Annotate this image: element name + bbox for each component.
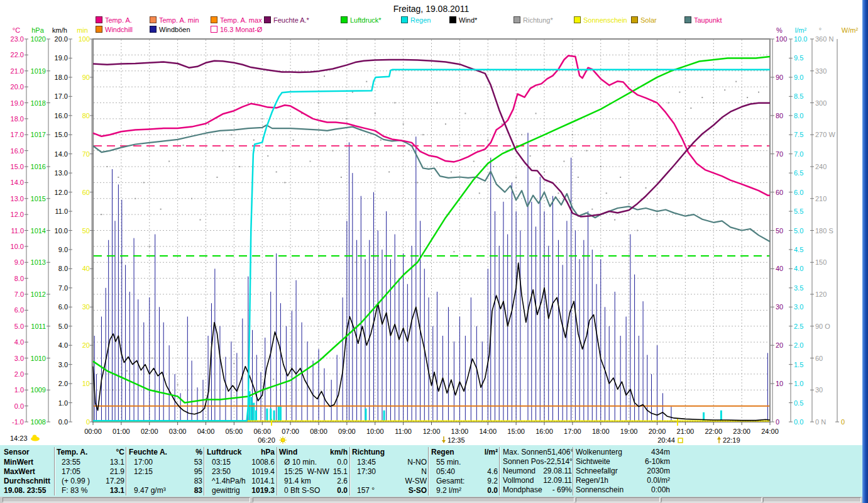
axis-min: min1009080706050403020100 bbox=[77, 26, 94, 426]
axis-header-pct: % bbox=[776, 26, 783, 34]
svg-text:13.0: 13.0 bbox=[55, 169, 68, 177]
table-cell-value: 4.6 bbox=[487, 467, 498, 477]
gridlines bbox=[94, 40, 769, 421]
svg-text:18.0: 18.0 bbox=[11, 115, 24, 123]
sun-marker-sun-icon: 06:20 bbox=[258, 436, 287, 444]
status-bar-panel bbox=[763, 497, 861, 502]
column-unit: hPa bbox=[261, 448, 275, 458]
status-bar-panel bbox=[661, 497, 762, 502]
table-cell-value: 95 bbox=[194, 467, 202, 477]
svg-text:1017: 1017 bbox=[31, 131, 46, 138]
svg-text:11.0: 11.0 bbox=[55, 207, 68, 215]
table-cell-value: 9.2 bbox=[487, 477, 498, 486]
table-cell-label: 55 min. bbox=[431, 458, 461, 467]
svg-text:16:00: 16:00 bbox=[536, 428, 553, 435]
svg-text:17:00: 17:00 bbox=[564, 428, 581, 435]
table-cell-label: 03:15 bbox=[207, 458, 231, 467]
table-cell-label: Ø 10 min. bbox=[279, 458, 317, 467]
table-cell-value: 1019.4 bbox=[251, 467, 275, 477]
table-cell-label: 17:00 bbox=[129, 458, 153, 467]
svg-text:20: 20 bbox=[776, 341, 783, 349]
svg-text:4.0: 4.0 bbox=[58, 341, 68, 349]
svg-text:04:00: 04:00 bbox=[197, 428, 215, 435]
table-cell-label: Sichtweite bbox=[576, 457, 610, 467]
svg-text:6.0: 6.0 bbox=[794, 189, 803, 196]
svg-text:7.0: 7.0 bbox=[14, 290, 24, 298]
table-cell-value: - 69% bbox=[552, 485, 572, 495]
table-cell-value: 434m bbox=[651, 448, 670, 457]
table-cell-value: 21.9 bbox=[110, 467, 124, 477]
weather-app-window: Freitag, 19.08.2011 Temp. A.Temp. A. min… bbox=[0, 0, 868, 503]
svg-text:22:19: 22:19 bbox=[723, 436, 740, 444]
svg-text:2.0: 2.0 bbox=[58, 380, 68, 387]
table-cell-label: Regen/1h bbox=[576, 476, 608, 485]
table-cell-label: 0 Bft S-SO bbox=[279, 486, 320, 495]
table-column-sensor: SensorMinWertMaxWertDurchschnitt19.08. 2… bbox=[4, 448, 53, 495]
svg-text:6.0: 6.0 bbox=[58, 303, 68, 311]
svg-text:5.0: 5.0 bbox=[14, 323, 24, 330]
column-header: Temp. A. bbox=[57, 448, 87, 458]
table-cell-label: (+ 0.99 ) bbox=[57, 477, 90, 486]
table-cell-value: 2.6 bbox=[337, 477, 348, 486]
svg-text:0: 0 bbox=[776, 418, 779, 426]
table-cell-value: N bbox=[421, 467, 427, 477]
svg-text:1.0: 1.0 bbox=[794, 380, 803, 387]
table-cell-label: 12:15 bbox=[129, 467, 153, 477]
table-cell-label: Gesamt: bbox=[431, 477, 464, 486]
svg-text:9.0: 9.0 bbox=[14, 258, 24, 266]
table-cell-value: 29.08.11 bbox=[543, 467, 572, 476]
table-cell-value: 17.29 bbox=[106, 477, 124, 486]
table-divider bbox=[573, 447, 573, 495]
svg-text:8.0: 8.0 bbox=[14, 275, 24, 282]
svg-text:1.0: 1.0 bbox=[58, 399, 68, 407]
svg-text:40: 40 bbox=[82, 265, 90, 272]
svg-text:40: 40 bbox=[776, 265, 783, 272]
svg-text:15.0: 15.0 bbox=[11, 163, 24, 170]
series-richtung bbox=[101, 75, 759, 390]
table-cell-value: 0:00h bbox=[651, 485, 670, 495]
svg-text:2.0: 2.0 bbox=[794, 341, 803, 349]
svg-text:0.5: 0.5 bbox=[794, 399, 803, 407]
table-cell-value: 83 bbox=[194, 477, 202, 486]
svg-text:10: 10 bbox=[776, 380, 783, 387]
table-cell-value: 1008.6 bbox=[251, 458, 275, 467]
svg-text:90 O: 90 O bbox=[815, 323, 830, 330]
table-cell-label: 9.47 g/m³ bbox=[129, 486, 166, 495]
svg-text:1009: 1009 bbox=[31, 386, 46, 394]
axis-header-deg: ° bbox=[819, 26, 821, 34]
column-header: Luftdruck bbox=[207, 448, 241, 458]
svg-text:270 W: 270 W bbox=[815, 131, 835, 138]
axis-kmh: km/h20.019.018.017.016.015.014.013.012.0… bbox=[52, 26, 72, 426]
svg-text:12.0: 12.0 bbox=[55, 189, 68, 196]
svg-text:9.0: 9.0 bbox=[794, 74, 803, 81]
svg-text:100: 100 bbox=[79, 35, 90, 43]
svg-text:210: 210 bbox=[815, 195, 827, 202]
table-cell-label: Max. Sonnen bbox=[503, 448, 547, 457]
table-cell-value: 2030m bbox=[647, 467, 670, 476]
svg-text:17.0: 17.0 bbox=[55, 92, 68, 100]
status-bar-panel bbox=[3, 497, 250, 502]
svg-text:23:00: 23:00 bbox=[733, 428, 750, 435]
svg-text:0.0: 0.0 bbox=[58, 418, 68, 426]
table-cell-value: 0.0 bbox=[337, 458, 348, 467]
svg-text:20: 20 bbox=[82, 341, 90, 349]
svg-text:330: 330 bbox=[815, 67, 827, 75]
svg-text:3.0: 3.0 bbox=[794, 303, 803, 311]
table-cell-value: 0.0 bbox=[337, 486, 348, 495]
column-header: Sensor bbox=[4, 448, 30, 458]
svg-text:90: 90 bbox=[82, 74, 90, 81]
table-cell-label: 17:30 bbox=[352, 467, 376, 477]
series-luftdruck bbox=[93, 57, 770, 403]
table-cell-value: 1014.1 bbox=[251, 477, 275, 486]
table-cell-label: 23:55 bbox=[57, 458, 80, 467]
svg-text:18:00: 18:00 bbox=[592, 428, 610, 435]
svg-text:12:35: 12:35 bbox=[448, 436, 465, 444]
table-cell-label: 91.4 km bbox=[279, 477, 311, 486]
axis-hpa: hPa1020101910181017101610151014101310121… bbox=[31, 26, 50, 426]
svg-text:1011: 1011 bbox=[31, 323, 46, 330]
table-cell-value: 83 bbox=[194, 486, 202, 495]
table-cell-label: ^1.4hPa/h bbox=[207, 477, 246, 486]
table-cell-label: 15:25 W-NW bbox=[279, 467, 329, 477]
axis-header-kmh: km/h bbox=[52, 26, 67, 34]
svg-text:14.0: 14.0 bbox=[55, 150, 68, 158]
